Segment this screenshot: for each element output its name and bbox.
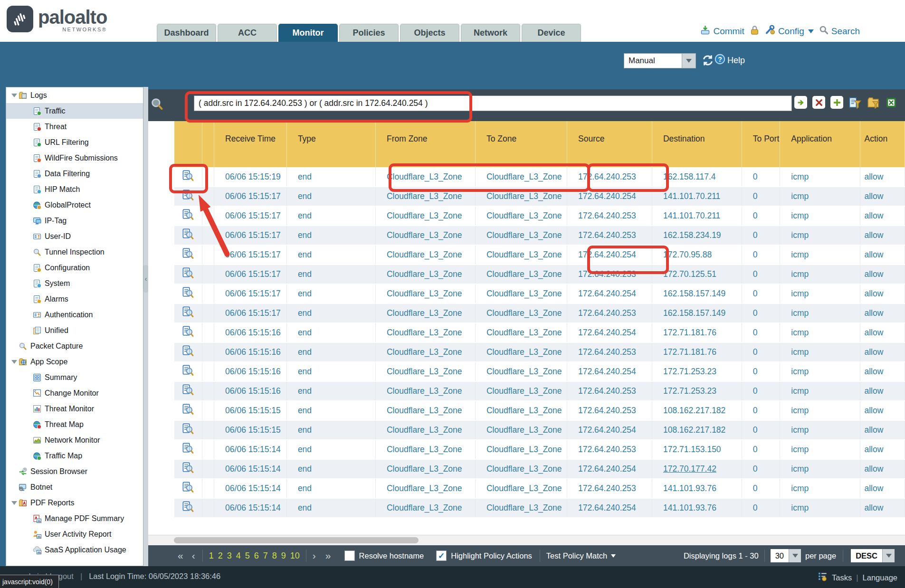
column-header-from-zone[interactable]: From Zone: [375, 121, 475, 167]
page-number-4[interactable]: 4: [236, 551, 241, 561]
per-page-select[interactable]: 30: [771, 549, 801, 562]
page-number-5[interactable]: 5: [245, 551, 250, 561]
page-number-1[interactable]: 1: [209, 551, 214, 561]
column-header-to-zone[interactable]: To Zone: [475, 121, 567, 167]
cell-destination[interactable]: 162.158.234.19: [652, 226, 742, 245]
column-header-action[interactable]: Action: [860, 121, 905, 167]
cell-from-zone[interactable]: Cloudflare_L3_Zone: [375, 303, 475, 323]
cell-destination[interactable]: 141.101.93.76: [652, 479, 742, 498]
cell-application[interactable]: icmp: [780, 226, 860, 245]
cell-from-zone[interactable]: Cloudflare_L3_Zone: [375, 167, 475, 187]
cell-application[interactable]: icmp: [780, 381, 860, 401]
log-detail-icon[interactable]: [182, 248, 194, 259]
apply-filter-button[interactable]: [794, 96, 807, 109]
tab-network[interactable]: Network: [461, 24, 520, 42]
column-header-destination[interactable]: Destination: [652, 121, 742, 167]
cell-icon[interactable]: [174, 342, 202, 362]
resolve-hostname-checkbox[interactable]: [344, 550, 355, 561]
cell-to-port[interactable]: 0: [742, 498, 780, 518]
sidebar-item-session-browser[interactable]: Session Browser: [6, 464, 143, 479]
cell-to-port[interactable]: 0: [742, 459, 780, 479]
sidebar-splitter[interactable]: ‹: [143, 87, 148, 566]
commit-button[interactable]: Commit: [713, 26, 744, 37]
cell-application[interactable]: icmp: [780, 323, 860, 342]
cell-to-zone[interactable]: Cloudflare_L3_Zone: [475, 459, 567, 479]
cell-source[interactable]: 172.64.240.254: [567, 245, 652, 265]
cell-to-port[interactable]: 0: [742, 401, 780, 420]
page-number-10[interactable]: 10: [290, 551, 300, 561]
prev-page-button[interactable]: ‹: [192, 550, 196, 561]
cell-from-zone[interactable]: Cloudflare_L3_Zone: [375, 206, 475, 226]
cell-source[interactable]: 172.64.240.253: [567, 401, 652, 420]
sidebar-collapse-handle[interactable]: ‹: [143, 265, 148, 293]
page-number-7[interactable]: 7: [263, 551, 268, 561]
cell-application[interactable]: icmp: [780, 245, 860, 265]
cell-source[interactable]: 172.64.240.254: [567, 459, 652, 479]
cell-destination[interactable]: 172.71.253.23: [652, 362, 742, 381]
page-number-2[interactable]: 2: [218, 551, 223, 561]
cell-source[interactable]: 172.64.240.254: [567, 323, 652, 342]
cell-to-zone[interactable]: Cloudflare_L3_Zone: [475, 479, 567, 498]
log-detail-icon[interactable]: [182, 287, 194, 298]
cell-destination[interactable]: 162.158.157.149: [652, 303, 742, 323]
help-button[interactable]: ? Help: [714, 54, 745, 67]
sidebar-item-manage-pdf-summary[interactable]: Manage PDF Summary: [6, 511, 143, 526]
first-page-button[interactable]: «: [178, 550, 184, 561]
sidebar-item-configuration[interactable]: Configuration: [6, 260, 143, 275]
cell-application[interactable]: icmp: [780, 440, 860, 459]
cell-application[interactable]: icmp: [780, 498, 860, 518]
cell-source[interactable]: 172.64.240.254: [567, 284, 652, 303]
column-header-source[interactable]: Source: [567, 121, 652, 167]
cell-to-zone[interactable]: Cloudflare_L3_Zone: [475, 187, 567, 206]
sidebar-item-saas-application-usage[interactable]: SaaS Application Usage: [6, 542, 143, 558]
log-detail-icon[interactable]: [182, 404, 194, 415]
cell-from-zone[interactable]: Cloudflare_L3_Zone: [375, 226, 475, 245]
cell-source[interactable]: 172.64.240.253: [567, 479, 652, 498]
cell-application[interactable]: icmp: [780, 167, 860, 187]
cell-to-zone[interactable]: Cloudflare_L3_Zone: [475, 420, 567, 440]
cell-from-zone[interactable]: Cloudflare_L3_Zone: [375, 323, 475, 342]
cell-application[interactable]: icmp: [780, 459, 860, 479]
highlight-policy-actions-checkbox[interactable]: ✓: [436, 550, 447, 561]
page-number-9[interactable]: 9: [281, 551, 286, 561]
tree-expander-icon[interactable]: [10, 94, 19, 97]
cell-icon[interactable]: [174, 206, 202, 226]
cell-source[interactable]: 172.64.240.254: [567, 498, 652, 518]
cell-source[interactable]: 172.64.240.253: [567, 381, 652, 401]
cell-to-port[interactable]: 0: [742, 381, 780, 401]
cell-to-port[interactable]: 0: [742, 245, 780, 265]
last-page-button[interactable]: »: [325, 550, 332, 561]
cell-icon[interactable]: [174, 479, 202, 498]
cell-to-zone[interactable]: Cloudflare_L3_Zone: [475, 265, 567, 284]
sort-order-dropdown-button[interactable]: [882, 549, 895, 562]
cell-icon[interactable]: [174, 381, 202, 401]
cell-to-port[interactable]: 0: [742, 362, 780, 381]
cell-destination[interactable]: 172.70.125.51: [652, 265, 742, 284]
tab-dashboard[interactable]: Dashboard: [157, 24, 216, 42]
cell-icon[interactable]: [174, 420, 202, 440]
log-detail-icon[interactable]: [182, 423, 194, 435]
page-number-3[interactable]: 3: [227, 551, 232, 561]
cell-application[interactable]: icmp: [780, 362, 860, 381]
cell-icon[interactable]: [174, 498, 202, 518]
sidebar-item-unified[interactable]: Unified: [6, 322, 143, 338]
page-number-6[interactable]: 6: [254, 551, 259, 561]
log-detail-icon[interactable]: [182, 462, 194, 474]
cell-to-zone[interactable]: Cloudflare_L3_Zone: [475, 245, 567, 265]
cell-icon[interactable]: [174, 167, 202, 187]
filter-builder-button[interactable]: [848, 96, 861, 109]
refresh-interval-dropdown-button[interactable]: [682, 54, 695, 68]
sidebar-item-traffic[interactable]: Traffic: [6, 103, 143, 119]
search-button[interactable]: Search: [831, 26, 860, 37]
log-detail-icon[interactable]: [182, 443, 194, 454]
tab-acc[interactable]: ACC: [218, 24, 277, 42]
sidebar-item-url-filtering[interactable]: URL Filtering: [6, 134, 143, 150]
language-button[interactable]: Language: [863, 573, 897, 582]
cell-icon[interactable]: [174, 226, 202, 245]
cell-from-zone[interactable]: Cloudflare_L3_Zone: [375, 245, 475, 265]
cell-to-zone[interactable]: Cloudflare_L3_Zone: [475, 342, 567, 362]
tab-device[interactable]: Device: [522, 24, 581, 42]
cell-from-zone[interactable]: Cloudflare_L3_Zone: [375, 284, 475, 303]
tree-expander-icon[interactable]: [10, 360, 19, 364]
cell-destination[interactable]: 172.71.181.76: [652, 323, 742, 342]
